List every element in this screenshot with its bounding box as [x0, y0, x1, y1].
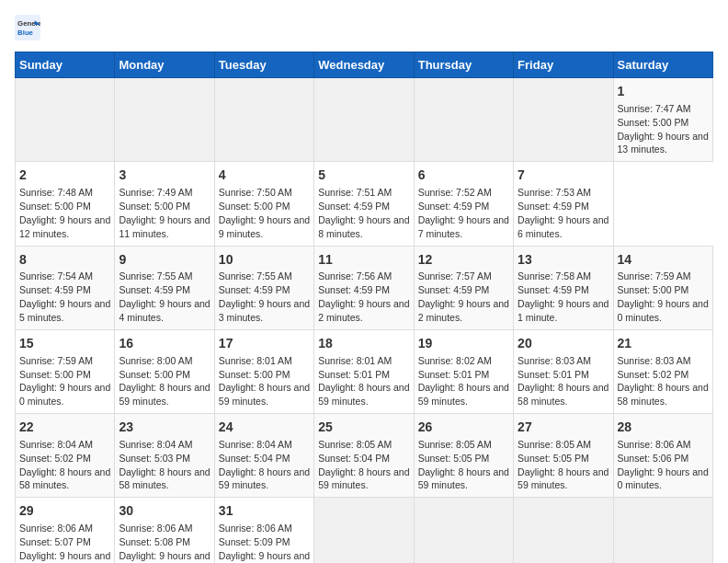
- day-number: 16: [119, 335, 210, 352]
- day-number: 17: [219, 335, 310, 352]
- calendar-cell: 31Sunrise: 8:06 AMSunset: 5:09 PMDayligh…: [214, 498, 313, 563]
- day-number: 5: [318, 167, 409, 184]
- day-info: Sunrise: 7:57 AMSunset: 4:59 PMDaylight:…: [418, 270, 509, 323]
- calendar-cell: 12Sunrise: 7:57 AMSunset: 4:59 PMDayligh…: [414, 246, 513, 329]
- day-number: 1: [618, 83, 709, 100]
- day-number: 25: [318, 419, 409, 436]
- calendar-cell: 27Sunrise: 8:05 AMSunset: 5:05 PMDayligh…: [514, 414, 613, 498]
- calendar-week-0: 1Sunrise: 7:47 AMSunset: 5:00 PMDaylight…: [16, 78, 713, 162]
- calendar-cell: 19Sunrise: 8:02 AMSunset: 5:01 PMDayligh…: [414, 329, 513, 413]
- day-info: Sunrise: 8:05 AMSunset: 5:04 PMDaylight:…: [318, 439, 409, 491]
- day-info: Sunrise: 7:48 AMSunset: 5:00 PMDaylight:…: [19, 187, 110, 239]
- day-info: Sunrise: 8:04 AMSunset: 5:03 PMDaylight:…: [119, 439, 210, 491]
- day-info: Sunrise: 8:06 AMSunset: 5:08 PMDaylight:…: [119, 523, 210, 563]
- day-number: 20: [518, 335, 609, 352]
- calendar-week-4: 22Sunrise: 8:04 AMSunset: 5:02 PMDayligh…: [16, 414, 713, 498]
- day-number: 9: [119, 251, 210, 269]
- day-number: 19: [418, 335, 509, 352]
- logo-icon: General Blue: [15, 15, 40, 40]
- header-cell-thursday: Thursday: [414, 52, 513, 78]
- day-number: 24: [219, 419, 310, 436]
- calendar-cell-empty: [414, 498, 513, 563]
- day-info: Sunrise: 7:52 AMSunset: 4:59 PMDaylight:…: [418, 187, 509, 239]
- calendar-body: 1Sunrise: 7:47 AMSunset: 5:00 PMDaylight…: [16, 78, 713, 564]
- calendar-cell: [314, 78, 414, 162]
- day-number: 11: [318, 251, 409, 269]
- day-info: Sunrise: 7:59 AMSunset: 5:00 PMDaylight:…: [19, 355, 110, 408]
- calendar-cell: 26Sunrise: 8:05 AMSunset: 5:05 PMDayligh…: [414, 414, 513, 498]
- day-number: 6: [418, 167, 509, 184]
- day-number: 4: [219, 167, 310, 184]
- calendar-cell: 30Sunrise: 8:06 AMSunset: 5:08 PMDayligh…: [115, 498, 214, 563]
- day-number: 3: [119, 167, 210, 184]
- calendar-cell: 28Sunrise: 8:06 AMSunset: 5:06 PMDayligh…: [613, 414, 712, 498]
- day-info: Sunrise: 8:04 AMSunset: 5:04 PMDaylight:…: [219, 439, 310, 491]
- calendar-cell: 21Sunrise: 8:03 AMSunset: 5:02 PMDayligh…: [613, 329, 712, 413]
- calendar-cell: 1Sunrise: 7:47 AMSunset: 5:00 PMDaylight…: [613, 78, 712, 162]
- calendar-cell: 22Sunrise: 8:04 AMSunset: 5:02 PMDayligh…: [16, 414, 115, 498]
- day-number: 26: [418, 419, 509, 436]
- header-cell-sunday: Sunday: [16, 52, 115, 78]
- header-cell-friday: Friday: [514, 52, 613, 78]
- day-info: Sunrise: 8:05 AMSunset: 5:05 PMDaylight:…: [418, 439, 509, 491]
- calendar-cell: 16Sunrise: 8:00 AMSunset: 5:00 PMDayligh…: [115, 329, 214, 413]
- calendar-cell: 20Sunrise: 8:03 AMSunset: 5:01 PMDayligh…: [514, 329, 613, 413]
- svg-text:Blue: Blue: [17, 29, 34, 37]
- day-number: 7: [518, 167, 609, 184]
- calendar-cell: 8Sunrise: 7:54 AMSunset: 4:59 PMDaylight…: [16, 246, 115, 329]
- calendar-cell: 10Sunrise: 7:55 AMSunset: 4:59 PMDayligh…: [214, 246, 313, 329]
- day-info: Sunrise: 8:06 AMSunset: 5:07 PMDaylight:…: [19, 523, 110, 563]
- day-info: Sunrise: 7:51 AMSunset: 4:59 PMDaylight:…: [318, 187, 409, 239]
- day-info: Sunrise: 8:03 AMSunset: 5:02 PMDaylight:…: [618, 355, 709, 408]
- day-number: 15: [19, 335, 110, 352]
- calendar-cell: 9Sunrise: 7:55 AMSunset: 4:59 PMDaylight…: [115, 246, 214, 329]
- day-info: Sunrise: 8:01 AMSunset: 5:00 PMDaylight:…: [219, 355, 310, 408]
- day-info: Sunrise: 7:55 AMSunset: 4:59 PMDaylight:…: [219, 270, 310, 323]
- header-cell-wednesday: Wednesday: [314, 52, 414, 78]
- day-info: Sunrise: 7:47 AMSunset: 5:00 PMDaylight:…: [618, 103, 709, 155]
- day-info: Sunrise: 7:54 AMSunset: 4:59 PMDaylight:…: [19, 270, 110, 323]
- day-number: 22: [19, 419, 110, 436]
- calendar-week-1: 2Sunrise: 7:48 AMSunset: 5:00 PMDaylight…: [16, 162, 713, 246]
- day-info: Sunrise: 8:01 AMSunset: 5:01 PMDaylight:…: [318, 355, 409, 408]
- day-info: Sunrise: 7:50 AMSunset: 5:00 PMDaylight:…: [219, 187, 310, 239]
- header-cell-tuesday: Tuesday: [214, 52, 313, 78]
- day-number: 12: [418, 251, 509, 269]
- calendar-cell: 17Sunrise: 8:01 AMSunset: 5:00 PMDayligh…: [214, 329, 313, 413]
- calendar-cell: [115, 78, 214, 162]
- day-number: 13: [518, 251, 609, 269]
- day-number: 28: [618, 419, 709, 436]
- calendar-cell: [514, 78, 613, 162]
- calendar-cell: 11Sunrise: 7:56 AMSunset: 4:59 PMDayligh…: [314, 246, 414, 329]
- calendar-week-last: 29Sunrise: 8:06 AMSunset: 5:07 PMDayligh…: [16, 498, 713, 563]
- calendar-cell: 7Sunrise: 7:53 AMSunset: 4:59 PMDaylight…: [514, 162, 613, 246]
- day-number: 31: [219, 502, 310, 520]
- day-info: Sunrise: 7:55 AMSunset: 4:59 PMDaylight:…: [119, 270, 210, 323]
- day-info: Sunrise: 8:03 AMSunset: 5:01 PMDaylight:…: [518, 355, 609, 408]
- day-info: Sunrise: 7:59 AMSunset: 5:00 PMDaylight:…: [618, 270, 709, 323]
- calendar-table: SundayMondayTuesdayWednesdayThursdayFrid…: [15, 52, 713, 563]
- day-number: 14: [618, 251, 709, 269]
- header-cell-saturday: Saturday: [613, 52, 712, 78]
- day-info: Sunrise: 8:05 AMSunset: 5:05 PMDaylight:…: [518, 439, 609, 491]
- calendar-cell: 15Sunrise: 7:59 AMSunset: 5:00 PMDayligh…: [16, 329, 115, 413]
- day-info: Sunrise: 8:06 AMSunset: 5:09 PMDaylight:…: [219, 523, 310, 563]
- day-info: Sunrise: 8:02 AMSunset: 5:01 PMDaylight:…: [418, 355, 509, 408]
- day-number: 29: [19, 502, 110, 520]
- calendar-cell: 29Sunrise: 8:06 AMSunset: 5:07 PMDayligh…: [16, 498, 115, 563]
- calendar-cell: 18Sunrise: 8:01 AMSunset: 5:01 PMDayligh…: [314, 329, 414, 413]
- calendar-cell: [414, 78, 513, 162]
- logo: General Blue: [15, 15, 40, 40]
- day-info: Sunrise: 7:53 AMSunset: 4:59 PMDaylight:…: [518, 187, 609, 239]
- day-info: Sunrise: 7:58 AMSunset: 4:59 PMDaylight:…: [518, 270, 609, 323]
- calendar-cell: 5Sunrise: 7:51 AMSunset: 4:59 PMDaylight…: [314, 162, 414, 246]
- day-info: Sunrise: 7:49 AMSunset: 5:00 PMDaylight:…: [119, 187, 210, 239]
- day-info: Sunrise: 8:06 AMSunset: 5:06 PMDaylight:…: [618, 439, 709, 491]
- calendar-cell: 24Sunrise: 8:04 AMSunset: 5:04 PMDayligh…: [214, 414, 313, 498]
- calendar-cell: 23Sunrise: 8:04 AMSunset: 5:03 PMDayligh…: [115, 414, 214, 498]
- calendar-cell: 4Sunrise: 7:50 AMSunset: 5:00 PMDaylight…: [214, 162, 313, 246]
- calendar-cell-empty: [613, 498, 712, 563]
- day-info: Sunrise: 8:04 AMSunset: 5:02 PMDaylight:…: [19, 439, 110, 491]
- day-number: 27: [518, 419, 609, 436]
- header-cell-monday: Monday: [115, 52, 214, 78]
